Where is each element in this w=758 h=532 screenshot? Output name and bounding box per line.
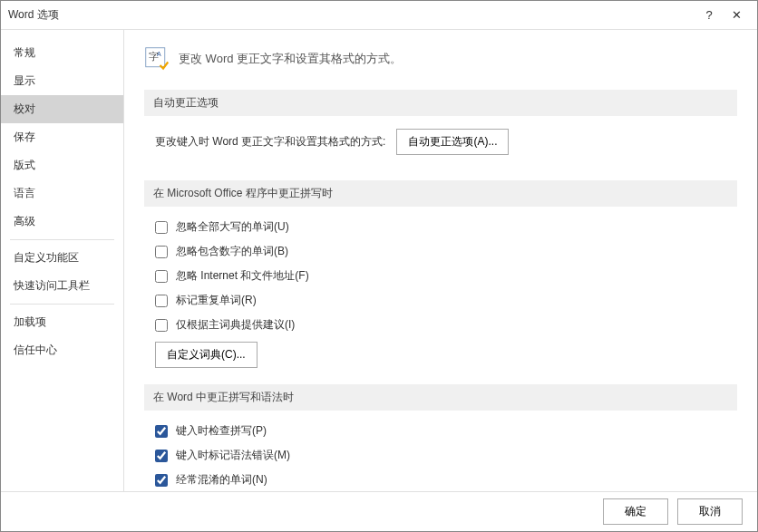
section-title-office-spelling: 在 Microsoft Office 程序中更正拼写时	[144, 180, 737, 207]
sidebar-item-save[interactable]: 保存	[1, 123, 123, 151]
checkbox-label[interactable]: 忽略包含数字的单词(B)	[176, 244, 288, 259]
section-title-word-spelling: 在 Word 中更正拼写和语法时	[144, 384, 737, 411]
header-text: 更改 Word 更正文字和设置其格式的方式。	[179, 51, 402, 67]
sidebar-separator	[10, 304, 114, 305]
checkbox-label[interactable]: 忽略全部大写的单词(U)	[176, 219, 289, 235]
window-title: Word 选项	[8, 7, 695, 23]
autocorrect-options-button[interactable]: 自动更正选项(A)...	[396, 129, 509, 155]
checkbox-label[interactable]: 键入时检查拼写(P)	[176, 423, 267, 439]
svg-text:A: A	[157, 51, 161, 57]
checkbox-label[interactable]: 标记重复单词(R)	[176, 293, 257, 308]
checkbox-ignore-uppercase[interactable]	[155, 221, 168, 234]
checkbox-confused-words[interactable]	[155, 474, 168, 487]
sidebar: 常规 显示 校对 保存 版式 语言 高级 自定义功能区 快速访问工具栏 加载项 …	[1, 30, 124, 491]
title-bar: Word 选项 ? ✕	[1, 1, 757, 30]
header-row: 字 A 更改 Word 更正文字和设置其格式的方式。	[144, 46, 737, 72]
proofing-icon: 字 A	[144, 46, 170, 72]
checkbox-label[interactable]: 经常混淆的单词(N)	[176, 472, 267, 488]
checkbox-label[interactable]: 仅根据主词典提供建议(I)	[176, 317, 295, 333]
checkbox-ignore-numbers[interactable]	[155, 246, 168, 258]
content-panel: 字 A 更改 Word 更正文字和设置其格式的方式。 自动更正选项 更改键入时 …	[124, 30, 757, 491]
sidebar-item-addins[interactable]: 加载项	[1, 308, 123, 336]
ok-button[interactable]: 确定	[603, 498, 668, 525]
help-button[interactable]: ?	[695, 1, 723, 30]
checkbox-flag-repeated[interactable]	[155, 295, 168, 307]
sidebar-item-display[interactable]: 显示	[1, 67, 123, 95]
custom-dictionaries-button[interactable]: 自定义词典(C)...	[155, 342, 258, 368]
checkbox-mark-grammar[interactable]	[155, 450, 168, 462]
checkbox-check-spelling[interactable]	[155, 425, 168, 438]
section-title-autocorrect: 自动更正选项	[144, 90, 737, 116]
cancel-button[interactable]: 取消	[677, 498, 743, 525]
sidebar-item-customize-ribbon[interactable]: 自定义功能区	[1, 244, 123, 272]
sidebar-item-proofing[interactable]: 校对	[1, 95, 123, 123]
checkbox-label[interactable]: 键入时标记语法错误(M)	[176, 448, 290, 463]
sidebar-item-qat[interactable]: 快速访问工具栏	[1, 272, 123, 300]
sidebar-separator	[10, 239, 114, 240]
dialog-body: 常规 显示 校对 保存 版式 语言 高级 自定义功能区 快速访问工具栏 加载项 …	[1, 30, 757, 491]
checkbox-main-dict-only[interactable]	[155, 319, 168, 332]
sidebar-item-layout[interactable]: 版式	[1, 151, 123, 179]
sidebar-item-advanced[interactable]: 高级	[1, 208, 123, 236]
checkbox-ignore-urls[interactable]	[155, 270, 168, 283]
footer: 确定 取消	[1, 491, 757, 531]
checkbox-label[interactable]: 忽略 Internet 和文件地址(F)	[176, 268, 309, 284]
autocorrect-row-text: 更改键入时 Word 更正文字和设置其格式的方式:	[155, 134, 385, 150]
sidebar-item-language[interactable]: 语言	[1, 179, 123, 208]
sidebar-item-trust-center[interactable]: 信任中心	[1, 336, 123, 364]
close-button[interactable]: ✕	[723, 1, 750, 30]
sidebar-item-general[interactable]: 常规	[1, 39, 123, 67]
